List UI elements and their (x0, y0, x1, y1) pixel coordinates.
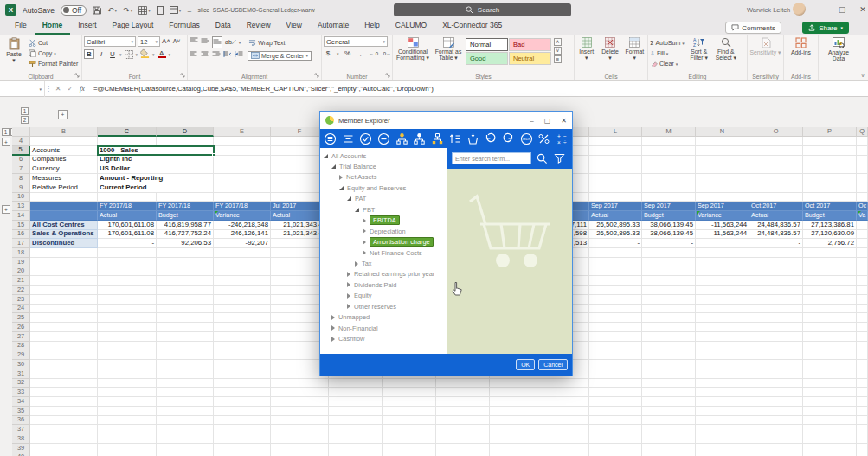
cell-Q23[interactable] (857, 295, 868, 305)
cell-L17[interactable]: - (589, 239, 642, 248)
cell-B29[interactable] (30, 350, 98, 360)
cell-M15[interactable]: 38,066,139.45 (642, 221, 696, 230)
cell-N21[interactable] (696, 276, 749, 286)
cell-B28[interactable] (30, 342, 98, 351)
cell-P28[interactable] (803, 342, 857, 351)
cell-N14[interactable]: Variance (696, 211, 749, 221)
cell-B10[interactable] (30, 193, 98, 202)
cell-E29[interactable] (214, 350, 271, 360)
cell-C10[interactable] (98, 193, 157, 202)
cell-N33[interactable] (696, 388, 749, 397)
tree-expand-icon[interactable] (355, 261, 358, 267)
cell-M40[interactable] (642, 453, 696, 456)
tab-calumo[interactable]: CALUMO (388, 18, 434, 35)
cell-Q33[interactable] (857, 388, 868, 397)
cell-L34[interactable] (589, 397, 642, 407)
cell-B38[interactable] (30, 434, 98, 444)
sort-filter-button[interactable]: AZ Sort & Filter ▾ (687, 36, 711, 71)
cell-O29[interactable] (749, 350, 803, 360)
cell-K37[interactable] (543, 425, 589, 434)
excel-logo-icon[interactable]: X (5, 4, 16, 16)
tree-collapse-icon[interactable] (331, 164, 336, 169)
row-header-14[interactable]: 14 (12, 211, 30, 221)
cell-L26[interactable] (589, 323, 642, 332)
cell-E27[interactable] (214, 332, 271, 342)
cell-E38[interactable] (214, 434, 271, 444)
cell-B23[interactable] (30, 295, 98, 305)
font-family-select[interactable]: Calibri▾ (84, 36, 136, 47)
cell-C4[interactable] (98, 137, 157, 146)
redo-icon[interactable]: ↷▾ (123, 6, 132, 15)
dialog-close-icon[interactable]: ✕ (561, 117, 567, 125)
cell-L22[interactable] (589, 286, 642, 295)
cell-Q39[interactable] (857, 444, 868, 453)
cell-P30[interactable] (803, 360, 857, 369)
cell-P27[interactable] (803, 332, 857, 342)
cell-H38[interactable] (383, 434, 436, 444)
font-dialog-launcher-icon[interactable] (180, 72, 185, 80)
cut-button[interactable]: Cut (29, 38, 78, 48)
tree-expand-icon[interactable] (331, 315, 335, 320)
cell-Q32[interactable] (857, 379, 868, 389)
cell-L20[interactable] (589, 267, 642, 277)
row-header-28[interactable]: 28 (12, 342, 30, 351)
cell-E6[interactable] (214, 156, 271, 165)
cell-D22[interactable] (157, 286, 214, 295)
cell-O37[interactable] (749, 425, 803, 434)
cell-O38[interactable] (749, 434, 803, 444)
cell-M26[interactable] (642, 323, 696, 332)
align-list-icon[interactable] (342, 132, 356, 145)
cell-O22[interactable] (749, 286, 803, 295)
cell-B30[interactable] (30, 360, 98, 369)
tree-expand-icon[interactable] (347, 282, 350, 287)
cell-J32[interactable] (490, 379, 543, 389)
cell-O20[interactable] (749, 267, 803, 277)
tree-item-tax[interactable]: Tax (355, 259, 372, 269)
cell-N34[interactable] (696, 397, 749, 407)
cell-O21[interactable] (749, 276, 803, 286)
cell-G35[interactable] (329, 407, 383, 416)
cell-O25[interactable] (749, 313, 803, 323)
column-outline-level-2[interactable]: 2 (21, 116, 29, 124)
tree-item-equity[interactable]: Equity (347, 291, 372, 301)
align-top-icon[interactable] (190, 37, 198, 48)
cell-E40[interactable] (214, 453, 271, 456)
cell-Q30[interactable] (857, 360, 868, 369)
cell-Q6[interactable] (857, 156, 868, 165)
cell-L5[interactable] (589, 146, 642, 156)
cell-M24[interactable] (642, 305, 696, 314)
column-header-M[interactable]: M (642, 127, 696, 137)
autosum-button[interactable]: Σ AutoSum ▾ (650, 38, 685, 48)
cell-M19[interactable] (642, 258, 696, 267)
cell-P13[interactable]: Oct 2017 (803, 202, 857, 211)
minus-circle-icon[interactable] (377, 132, 391, 145)
minimize-button[interactable]: – (812, 0, 831, 19)
tab-home[interactable]: Home (35, 18, 71, 35)
align-left-icon[interactable] (190, 50, 198, 61)
cell-C39[interactable] (98, 444, 157, 453)
cell-E21[interactable] (214, 276, 271, 286)
align-right-icon[interactable] (212, 50, 221, 61)
cell-B5[interactable]: Accounts (30, 146, 98, 156)
cell-O9[interactable] (749, 183, 803, 193)
cell-G33[interactable] (329, 388, 383, 397)
cell-D38[interactable] (157, 434, 214, 444)
cell-O14[interactable]: Actual (749, 211, 803, 221)
row-header-26[interactable]: 26 (12, 323, 30, 332)
row-header-38[interactable]: 38 (12, 434, 30, 444)
row-group-expand-button-top[interactable]: + (2, 138, 10, 146)
cell-Q24[interactable] (857, 305, 868, 314)
cell-P38[interactable] (803, 434, 857, 444)
cell-K35[interactable] (543, 407, 589, 416)
cell-C8[interactable]: Amount - Reporting (98, 174, 214, 183)
fill-button[interactable]: ⇩ Fill ▾ (650, 48, 685, 58)
cell-B37[interactable] (30, 425, 98, 434)
cell-E4[interactable] (214, 137, 271, 146)
formula-input[interactable]: =@CMEMBER(Datasource,Catalog,Cube,$A$5,"… (93, 85, 434, 93)
cell-C24[interactable] (98, 305, 157, 314)
sort-levels-icon[interactable] (448, 132, 462, 145)
tree-item-net-assets[interactable]: Net Assets (339, 172, 376, 183)
cell-B13[interactable] (30, 202, 98, 211)
cell-L4[interactable] (589, 137, 642, 146)
cell-O39[interactable] (749, 444, 803, 453)
